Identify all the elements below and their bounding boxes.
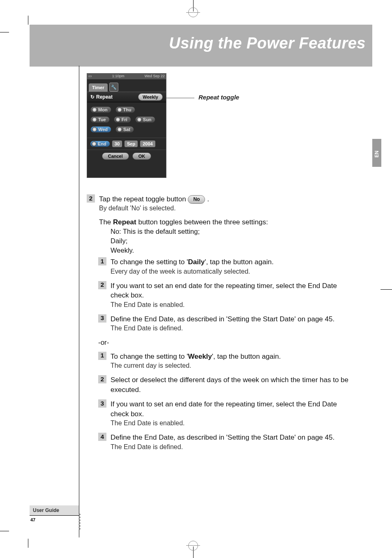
substep-number: 2: [98, 281, 106, 289]
header-band: Using the Power Features: [30, 25, 372, 67]
page-number: 47: [30, 516, 36, 524]
end-year[interactable]: 2004: [140, 141, 155, 147]
substep-number: 2: [98, 375, 106, 383]
step-number: 2: [87, 194, 95, 203]
substep-number: 3: [98, 314, 106, 323]
end-date-checkbox[interactable]: End: [90, 141, 110, 147]
repeat-label: ↻ Repeat: [90, 94, 113, 100]
repeat-toggle-button[interactable]: Weekly: [138, 93, 163, 101]
tab-timer[interactable]: Timer: [89, 83, 108, 92]
substep-number: 1: [98, 257, 106, 265]
day-sun[interactable]: Sun: [135, 116, 155, 123]
day-thu[interactable]: Thu: [115, 106, 135, 113]
step2-subnote: By default 'No' is selected.: [99, 204, 352, 213]
substep-number: 1: [98, 352, 106, 360]
status-time: 1:10pm: [112, 74, 125, 79]
day-wed[interactable]: Wed: [90, 126, 111, 133]
repeat-option-daily: Daily;: [111, 236, 352, 246]
day-tue[interactable]: Tue: [90, 116, 110, 123]
day-mon[interactable]: Mon: [90, 106, 111, 113]
or-separator: -or-: [98, 338, 352, 347]
timer-screen-mock: ▭ 1:10pm Wed Sep 22 Timer 🔧 ↻ Repeat Wee…: [87, 73, 166, 178]
end-month[interactable]: Sep: [125, 141, 138, 147]
user-guide-label: User Guide: [30, 505, 79, 515]
tab-tools-icon[interactable]: 🔧: [109, 83, 118, 92]
substep-number: 3: [98, 399, 106, 408]
repeat-option-no: No: This is the default setting;: [111, 227, 352, 236]
page-title: Using the Power Features: [169, 35, 366, 52]
repeat-option-weekly: Weekly.: [111, 246, 352, 255]
end-day[interactable]: 30: [112, 141, 122, 147]
day-fri[interactable]: Fri: [114, 116, 131, 123]
day-sat[interactable]: Sat: [115, 126, 134, 133]
step2-text: Tap the repeat toggle button: [99, 195, 188, 203]
repeat-icon: ↻: [90, 94, 95, 100]
ok-button[interactable]: OK: [132, 152, 152, 160]
cancel-button[interactable]: Cancel: [102, 152, 129, 160]
language-tab: EN: [372, 139, 381, 167]
callout-repeat-toggle: Repeat toggle: [198, 94, 239, 101]
substep-number: 4: [98, 433, 106, 441]
battery-icon: ▭: [88, 74, 92, 79]
footer: User Guide 47: [30, 505, 79, 531]
status-date: Wed Sep 22: [145, 74, 165, 79]
no-pill-icon: No: [188, 195, 205, 204]
